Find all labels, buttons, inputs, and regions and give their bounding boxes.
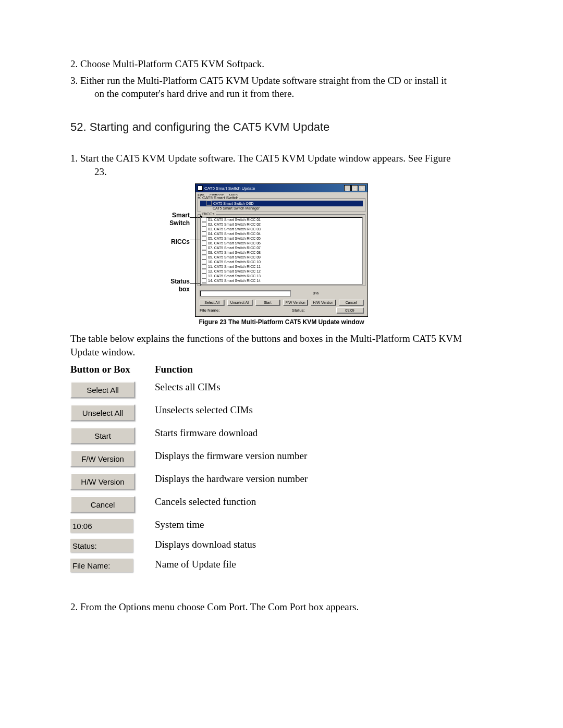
list-item[interactable]: 09. CAT5 Smart Switch RICC 09 bbox=[201, 255, 362, 260]
function-desc: Displays the hardware version number bbox=[155, 473, 493, 485]
table-header-col1: Button or Box bbox=[70, 364, 149, 375]
status-row: File Name: Status: 09:09 bbox=[195, 306, 368, 316]
document-page: 2. Choose Multi-Platform CAT5 KVM Softpa… bbox=[0, 0, 563, 728]
figure-wrap: Smart Switch RICCs Status box CAT5 Smart… bbox=[70, 183, 493, 326]
riccs-groupbox: RICCs 01. CAT5 Smart Switch RICC 01 02. … bbox=[198, 214, 365, 286]
checkbox[interactable] bbox=[202, 283, 206, 285]
step-number: 3. bbox=[70, 75, 78, 86]
hw-version-button-sample[interactable]: H/W Version bbox=[70, 473, 135, 490]
checkbox[interactable] bbox=[202, 217, 206, 222]
file-name-label: File Name: bbox=[200, 308, 220, 313]
maximize-button[interactable]: □ bbox=[351, 185, 358, 191]
window-titlebar: CAT5 Smart Switch Update _ □ × bbox=[195, 184, 368, 192]
section-heading: 52. Starting and configuring the CAT5 KV… bbox=[70, 120, 493, 134]
ricc-list[interactable]: 01. CAT5 Smart Switch RICC 01 02. CAT5 S… bbox=[200, 217, 363, 285]
list-item[interactable]: 04. CAT5 Smart Switch RICC 04 bbox=[201, 231, 362, 236]
checkbox[interactable] bbox=[202, 222, 206, 227]
close-button[interactable]: × bbox=[359, 185, 365, 191]
cancel-button[interactable]: Cancel bbox=[339, 300, 363, 305]
function-desc: Unselects selected CIMs bbox=[155, 404, 493, 416]
button-row: Select All Unselect All Start F/W Versio… bbox=[195, 299, 368, 306]
list-item[interactable]: 14. CAT5 Smart Switch RICC 14 bbox=[201, 278, 362, 283]
update-window: CAT5 Smart Switch Update _ □ × File Opti… bbox=[195, 183, 368, 317]
step-number: 2. bbox=[70, 58, 78, 69]
checkbox[interactable] bbox=[202, 274, 206, 278]
figure-caption: Figure 23 The Multi-Platform CAT5 KVM Up… bbox=[70, 318, 493, 326]
checkbox[interactable] bbox=[202, 236, 206, 241]
checkbox[interactable] bbox=[202, 227, 206, 231]
list-item[interactable]: 03. CAT5 Smart Switch RICC 03 bbox=[201, 227, 362, 231]
tree-item-manager[interactable]: CAT5 Smart Switch Manager bbox=[200, 206, 363, 211]
tree-item-osd[interactable]: – CAT5 Smart Switch OSD bbox=[200, 201, 363, 206]
unselect-all-button-sample[interactable]: Unselect All bbox=[70, 404, 135, 421]
list-item[interactable]: 06. CAT5 Smart Switch RICC 06 bbox=[201, 241, 362, 245]
instruction-item: 1. Start the CAT5 KVM Update software. T… bbox=[70, 152, 493, 178]
start-button[interactable]: Start bbox=[255, 300, 280, 305]
window-title: CAT5 Smart Switch Update bbox=[204, 186, 255, 191]
select-all-button-sample[interactable]: Select All bbox=[70, 381, 135, 398]
start-button-sample[interactable]: Start bbox=[70, 427, 135, 444]
progress-area: 0% bbox=[195, 288, 368, 299]
minimize-button[interactable]: _ bbox=[344, 185, 351, 191]
unselect-all-button[interactable]: Unselect All bbox=[227, 300, 252, 305]
checkbox[interactable] bbox=[202, 250, 206, 255]
status-field-sample: Status: bbox=[70, 539, 133, 552]
smart-switch-groupbox: CAT5 Smart Switch – CAT5 Smart Switch OS… bbox=[198, 198, 365, 212]
step-number: 1. bbox=[70, 153, 78, 164]
fw-version-button-sample[interactable]: F/W Version bbox=[70, 450, 135, 467]
filename-field-sample: File Name: bbox=[70, 559, 133, 572]
checkbox[interactable] bbox=[202, 260, 206, 264]
step-text: From the Options menu choose Com Port. T… bbox=[80, 601, 359, 612]
screenshot-area: Smart Switch RICCs Status box CAT5 Smart… bbox=[195, 183, 368, 317]
table-intro: The table below explains the functions o… bbox=[70, 332, 493, 359]
list-item[interactable]: 08. CAT5 Smart Switch RICC 08 bbox=[201, 250, 362, 255]
instruction-item: 3. Either run the Multi-Platform CAT5 KV… bbox=[70, 74, 493, 101]
instruction-item: 2. Choose Multi-Platform CAT5 KVM Softpa… bbox=[70, 57, 493, 71]
checkbox[interactable] bbox=[202, 255, 206, 260]
list-item[interactable]: 02. CAT5 Smart Switch RICC 02 bbox=[201, 222, 362, 227]
checkbox[interactable] bbox=[202, 278, 206, 283]
time-field: 09:09 bbox=[336, 307, 363, 313]
checkbox[interactable] bbox=[202, 269, 206, 274]
cancel-button-sample[interactable]: Cancel bbox=[70, 496, 135, 513]
checkbox[interactable] bbox=[202, 231, 206, 236]
list-item[interactable]: 11. CAT5 Smart Switch RICC 11 bbox=[201, 264, 362, 269]
progress-bar bbox=[200, 290, 291, 297]
list-item[interactable]: 10. CAT5 Smart Switch RICC 10 bbox=[201, 260, 362, 264]
callout-status-box: Status box bbox=[152, 278, 190, 293]
instruction-list-top: 2. Choose Multi-Platform CAT5 KVM Softpa… bbox=[70, 57, 493, 101]
table-header-col2: Function bbox=[155, 364, 493, 375]
list-item[interactable]: 07. CAT5 Smart Switch RICC 07 bbox=[201, 245, 362, 250]
function-desc: Cancels selected function bbox=[155, 496, 493, 508]
list-item[interactable]: 15. CAT5 Smart Switch RICC 15 bbox=[201, 283, 362, 285]
step-number: 2. bbox=[70, 601, 78, 612]
function-desc: System time bbox=[155, 519, 493, 530]
select-all-button[interactable]: Select All bbox=[200, 300, 224, 305]
list-item[interactable]: 12. CAT5 Smart Switch RICC 12 bbox=[201, 269, 362, 274]
step-text: Start the CAT5 KVM Update software. The … bbox=[70, 153, 493, 178]
hw-version-button[interactable]: H/W Version bbox=[311, 300, 335, 305]
time-field-sample: 10:06 bbox=[70, 519, 133, 533]
checkbox[interactable] bbox=[202, 241, 206, 245]
checkbox[interactable] bbox=[202, 245, 206, 250]
checkbox[interactable] bbox=[202, 264, 206, 269]
function-desc: Displays the firmware version number bbox=[155, 450, 493, 462]
callout-labels: Smart Switch RICCs Status box bbox=[152, 212, 190, 293]
list-item[interactable]: 13. CAT5 Smart Switch RICC 13 bbox=[201, 274, 362, 278]
groupbox-title: CAT5 Smart Switch bbox=[201, 195, 239, 200]
instruction-item: 2. From the Options menu choose Com Port… bbox=[70, 600, 493, 614]
list-item[interactable]: 01. CAT5 Smart Switch RICC 01 bbox=[201, 217, 362, 222]
fw-version-button[interactable]: F/W Version bbox=[283, 300, 308, 305]
tree-expand-icon[interactable]: – bbox=[206, 201, 212, 206]
function-table: Button or Box Function Select All Select… bbox=[70, 364, 493, 572]
function-desc: Selects all CIMs bbox=[155, 381, 493, 393]
groupbox-title: RICCs bbox=[201, 212, 216, 216]
callout-riccs: RICCs bbox=[152, 238, 190, 245]
app-icon bbox=[198, 186, 203, 191]
status-label: Status: bbox=[292, 308, 305, 313]
progress-percent: 0% bbox=[313, 291, 319, 295]
step-text: Choose Multi-Platform CAT5 KVM Softpack. bbox=[80, 58, 264, 69]
list-item[interactable]: 05. CAT5 Smart Switch RICC 05 bbox=[201, 236, 362, 241]
function-desc: Name of Update file bbox=[155, 559, 493, 570]
function-desc: Starts firmware download bbox=[155, 427, 493, 439]
